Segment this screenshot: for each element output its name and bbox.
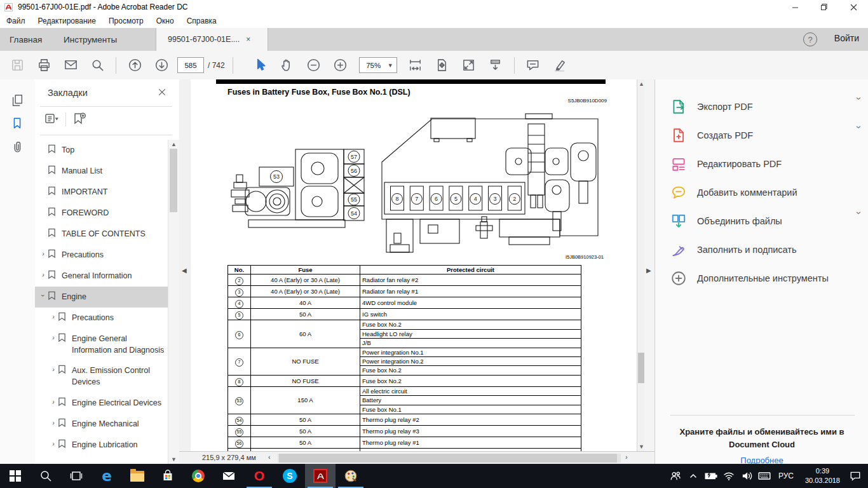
zoom-in-icon[interactable] bbox=[331, 56, 350, 75]
horizontal-scroll-thumb[interactable] bbox=[279, 454, 617, 463]
chevron-down-icon[interactable]: › bbox=[854, 126, 865, 145]
tab-close-icon[interactable]: × bbox=[246, 35, 250, 44]
bookmark-item[interactable]: ›Precautions bbox=[35, 245, 168, 266]
search-taskbar-button[interactable] bbox=[31, 464, 61, 488]
expander-icon[interactable]: › bbox=[49, 419, 58, 426]
tool-item-add-comment[interactable]: Добавить комментарий bbox=[655, 178, 868, 207]
expander-icon[interactable]: › bbox=[49, 313, 58, 320]
tool-item-edit-pdf[interactable]: Редактировать PDF bbox=[655, 149, 868, 178]
page-number-input[interactable] bbox=[177, 57, 204, 73]
bookmark-item[interactable]: ›Precautions bbox=[35, 308, 168, 329]
tool-item-combine-files[interactable]: Объединить файлы› bbox=[655, 207, 868, 235]
bookmark-item[interactable]: ›General Information bbox=[35, 266, 168, 287]
clock[interactable]: 0:39 30.03.2018 bbox=[805, 466, 840, 485]
keyboard-icon[interactable] bbox=[757, 464, 772, 488]
chrome-taskbar-button[interactable] bbox=[183, 464, 214, 488]
menu-item[interactable]: Файл bbox=[0, 14, 32, 28]
highlighter-icon[interactable] bbox=[550, 56, 569, 75]
tab-document[interactable]: 99501-67J00-01E.... × bbox=[156, 28, 268, 51]
paint-taskbar-button[interactable] bbox=[336, 464, 366, 488]
expander-icon[interactable]: › bbox=[39, 291, 47, 300]
collapse-left-icon[interactable]: ◀ bbox=[182, 267, 187, 274]
bookmarks-scrollbar[interactable]: ▲ ▼ bbox=[168, 140, 179, 464]
minimize-button[interactable] bbox=[780, 0, 810, 14]
menu-item[interactable]: Окно bbox=[150, 14, 180, 28]
print-icon[interactable] bbox=[34, 56, 53, 75]
tab-home[interactable]: Главная bbox=[10, 28, 42, 51]
bookmark-item[interactable]: FOREWORD bbox=[35, 203, 168, 224]
bookmark-item[interactable]: ›Aux. Emission Control Devices bbox=[35, 360, 168, 392]
tool-item-export-pdf[interactable]: Экспорт PDF› bbox=[655, 92, 868, 121]
expander-icon[interactable]: › bbox=[39, 250, 48, 257]
hand-icon[interactable] bbox=[278, 56, 297, 75]
bookmark-item[interactable]: Top bbox=[35, 140, 168, 161]
zoom-out-icon[interactable] bbox=[304, 56, 323, 75]
store-taskbar-button[interactable] bbox=[153, 464, 183, 488]
restore-button[interactable] bbox=[810, 0, 839, 14]
bookmark-item[interactable]: ›Engine bbox=[35, 287, 168, 308]
scroll-down-icon[interactable]: ▼ bbox=[168, 455, 179, 464]
page-thumbnails-icon[interactable] bbox=[10, 93, 25, 109]
tab-tools[interactable]: Инструменты bbox=[64, 28, 117, 51]
close-icon[interactable] bbox=[157, 87, 168, 98]
acrobat-taskbar-button[interactable] bbox=[305, 464, 336, 488]
right-panel-collapse-strip[interactable]: ▶ bbox=[644, 79, 654, 451]
people-icon[interactable] bbox=[668, 464, 683, 488]
collapse-right-icon[interactable]: ▶ bbox=[646, 267, 651, 274]
volume-icon[interactable] bbox=[739, 464, 754, 488]
expander-icon[interactable]: › bbox=[39, 271, 48, 278]
fit-width-icon[interactable] bbox=[406, 56, 425, 75]
expander-icon[interactable]: › bbox=[49, 398, 58, 405]
bookmark-item[interactable]: ›Engine General Information and Diagnosi… bbox=[35, 329, 168, 360]
expander-icon[interactable]: › bbox=[49, 334, 58, 341]
horizontal-scrollbar[interactable] bbox=[278, 454, 621, 463]
bookmark-item[interactable]: ›Engine Lubrication bbox=[35, 435, 168, 456]
sign-in-button[interactable]: Войти bbox=[834, 33, 859, 43]
wifi-icon[interactable] bbox=[721, 464, 736, 488]
zoom-dropdown-icon[interactable]: ▼ bbox=[388, 62, 397, 69]
edge-taskbar-button[interactable]: e bbox=[92, 464, 122, 488]
battery-icon[interactable] bbox=[703, 464, 719, 488]
bookmarks-scroll-thumb[interactable] bbox=[170, 149, 177, 212]
page-up-icon[interactable] bbox=[125, 56, 144, 75]
chevron-down-icon[interactable]: › bbox=[854, 97, 865, 116]
expander-icon[interactable]: › bbox=[49, 365, 58, 373]
chevron-up-icon[interactable] bbox=[686, 464, 701, 488]
reading-mode-icon[interactable] bbox=[486, 56, 505, 75]
scroll-up-icon[interactable]: ▲ bbox=[168, 140, 179, 149]
scroll-left-icon[interactable]: ‹ bbox=[268, 453, 271, 461]
file-explorer-taskbar-button[interactable] bbox=[122, 464, 153, 488]
tool-item-more-tools[interactable]: Дополнительные инструменты bbox=[655, 264, 868, 292]
close-button[interactable] bbox=[839, 0, 868, 14]
attachments-icon[interactable] bbox=[10, 140, 25, 156]
bookmark-item[interactable]: IMPORTANT bbox=[35, 182, 168, 203]
bookmark-item[interactable]: Manual List bbox=[35, 161, 168, 182]
menu-item[interactable]: Справка bbox=[180, 14, 223, 28]
scroll-right-icon[interactable]: › bbox=[625, 453, 628, 461]
search-icon[interactable] bbox=[88, 56, 107, 75]
menu-item[interactable]: Редактирование bbox=[32, 14, 102, 28]
zoom-level-select[interactable]: 75% ▼ bbox=[359, 57, 397, 73]
chevron-down-icon[interactable]: › bbox=[854, 212, 865, 231]
pointer-icon[interactable] bbox=[251, 56, 270, 75]
page-down-icon[interactable] bbox=[152, 56, 171, 75]
email-icon[interactable] bbox=[61, 56, 80, 75]
task-view-taskbar-button[interactable] bbox=[61, 464, 92, 488]
opera-taskbar-button[interactable]: O bbox=[244, 464, 275, 488]
comment-icon[interactable] bbox=[524, 56, 543, 75]
action-center-icon[interactable] bbox=[848, 464, 863, 488]
bookmark-item[interactable]: TABLE OF CONTENTS bbox=[35, 224, 168, 245]
bookmarks-icon[interactable] bbox=[10, 116, 25, 132]
save-icon[interactable] bbox=[8, 56, 27, 75]
document-scroll-thumb[interactable] bbox=[638, 353, 644, 383]
bookmark-item[interactable]: ›Engine Electrical Devices bbox=[35, 393, 168, 414]
tool-item-create-pdf[interactable]: Создать PDF› bbox=[655, 121, 868, 149]
skype-taskbar-button[interactable]: S bbox=[275, 464, 305, 488]
start-taskbar-button[interactable] bbox=[0, 464, 31, 488]
fullscreen-icon[interactable] bbox=[459, 56, 478, 75]
menu-item[interactable]: Просмотр bbox=[102, 14, 150, 28]
fit-page-icon[interactable] bbox=[433, 56, 452, 75]
bookmark-item[interactable]: ›Engine Mechanical bbox=[35, 414, 168, 435]
expander-icon[interactable]: › bbox=[49, 440, 58, 447]
options-icon[interactable] bbox=[44, 111, 60, 126]
